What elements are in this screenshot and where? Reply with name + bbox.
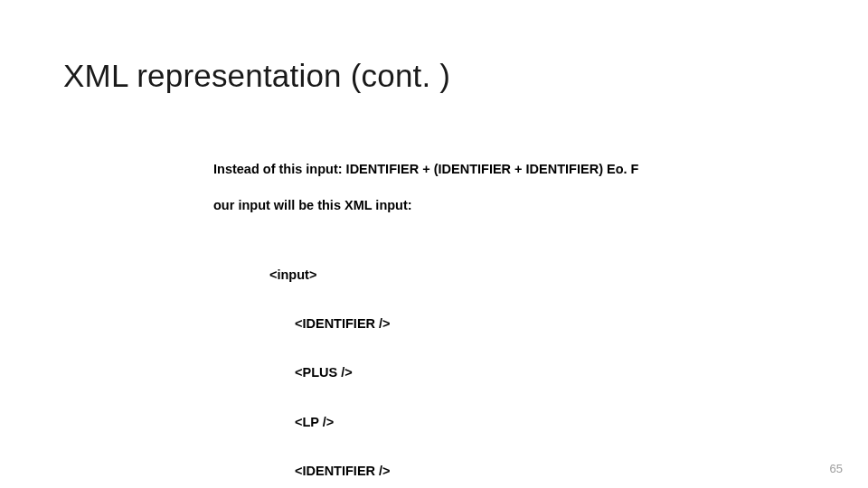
xml-line-4: <IDENTIFIER /> [269, 463, 391, 479]
intro-line-1: Instead of this input: IDENTIFIER + (IDE… [213, 161, 638, 177]
slide-title: XML representation (cont. ) [63, 58, 450, 94]
slide: XML representation (cont. ) Instead of t… [0, 0, 868, 488]
xml-line-2: <PLUS /> [269, 364, 353, 380]
intro-line-2: our input will be this XML input: [213, 197, 638, 213]
xml-open-tag: <input> [269, 267, 638, 283]
xml-line-1: <IDENTIFIER /> [269, 315, 391, 332]
slide-body: Instead of this input: IDENTIFIER + (IDE… [213, 161, 638, 488]
xml-line-3: <LP /> [269, 414, 334, 430]
xml-code-block: <input> <IDENTIFIER /> <PLUS /> <LP /> <… [269, 233, 638, 488]
page-number: 65 [830, 462, 843, 475]
